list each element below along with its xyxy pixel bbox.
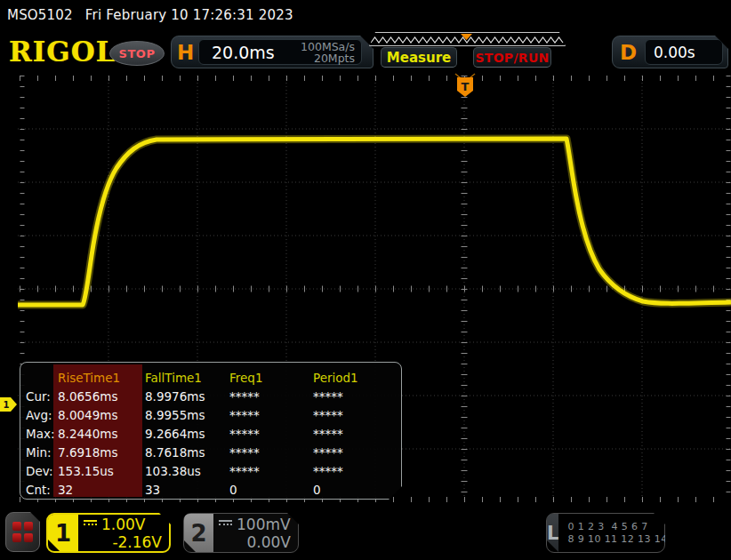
trigger-marker-letter: T [462,80,470,93]
channel1-status-block[interactable]: 1 1.00V -2.16V [46,513,171,553]
table-row: Min: 7.6918ms 8.7618ms ***** ***** [26,444,399,461]
logic-label: L [547,523,558,544]
channel1-values: 1.00V -2.16V [78,515,169,551]
cell: ***** [313,445,399,460]
row-label: Min: [26,445,58,460]
cell: ***** [229,464,313,478]
dc-coupling-icon [84,520,97,530]
cell: ***** [229,408,313,422]
measurement-header-row: RiseTime1 FallTime1 Freq1 Period1 [26,369,399,387]
ch1-waveform [18,139,731,305]
channel2-values: 100mV 0.00V [213,514,298,552]
channel1-offset: -2.16V [84,533,162,551]
row-label: Max: [26,427,58,441]
table-row: Max: 8.2440ms 9.2664ms ***** ***** [26,425,399,443]
cell: 33 [145,483,229,497]
channel2-tab[interactable]: 2 [184,514,213,552]
channel2-offset: 0.00V [219,533,291,551]
cell: ***** [229,445,313,460]
row-label: Dev: [26,464,58,478]
cell: 8.0656ms [58,389,145,404]
table-row: Cnt: 32 33 0 0 [26,481,399,499]
cell: ***** [229,427,313,441]
cell: ***** [313,427,399,441]
column-header[interactable]: RiseTime1 [58,371,145,385]
cell: ***** [229,389,313,404]
cell: ***** [313,464,399,478]
cell: 8.9955ms [145,408,229,422]
table-row: Dev: 153.15us 103.38us ***** ***** [26,462,399,480]
cell: ***** [313,408,399,422]
channel1-number: 1 [55,520,71,547]
channel2-number: 2 [190,520,206,547]
table-row: Cur: 8.0656ms 8.9976ms ***** ***** [26,388,399,405]
cell: 9.2664ms [145,427,229,441]
cell: 7.6918ms [58,445,145,460]
cell: ***** [313,389,399,404]
dc-coupling-icon [219,520,232,530]
channel2-scale: 100mV [237,516,291,533]
row-label: Cnt: [26,483,58,497]
column-header[interactable]: Period1 [313,371,399,385]
channel1-tab[interactable]: 1 [48,515,78,551]
oscilloscope-screen: MSO5102 Fri February 10 17:26:31 2023 RI… [0,0,731,560]
row-label: Cur: [26,389,58,404]
cell: 0 [229,483,313,497]
cell: 8.9976ms [145,389,229,404]
cell: 32 [58,483,145,497]
table-row: Avg: 8.0049ms 8.9955ms ***** ***** [26,406,399,424]
cell: 8.7618ms [145,445,229,460]
menu-grid-icon [12,522,33,542]
desktop-menu-icon[interactable] [5,512,40,552]
measurement-table[interactable]: RiseTime1 FallTime1 Freq1 Period1 Cur: 8… [20,362,402,500]
ch1-offset-marker[interactable]: 1 [0,397,17,412]
row-label: Avg: [26,408,58,422]
logic-tab[interactable]: L [547,514,558,552]
column-header[interactable]: Freq1 [229,371,313,385]
cell: 153.15us [58,464,145,478]
cell: 8.2440ms [58,427,145,441]
cell: 103.38us [145,464,229,478]
channel1-scale: 1.00V [101,516,145,533]
cell: 0 [313,483,399,497]
ch1-offset-marker-number: 1 [4,400,10,410]
logic-channels-block[interactable]: L 0 1 2 3 4 5 6 7 8 9 10 11 12 13 14 15 [546,513,665,553]
cell: 8.0049ms [58,408,145,422]
channel2-status-block[interactable]: 2 100mV 0.00V [183,513,299,553]
column-header[interactable]: FallTime1 [145,371,229,385]
